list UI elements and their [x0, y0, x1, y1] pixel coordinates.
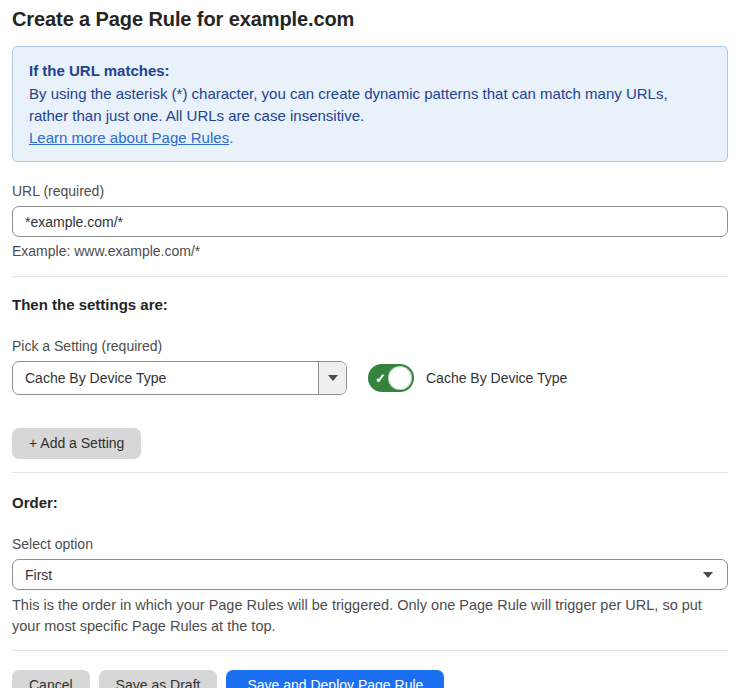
- divider: [12, 472, 728, 473]
- save-and-deploy-button[interactable]: Save and Deploy Page Rule: [226, 670, 444, 688]
- cache-by-device-type-toggle[interactable]: ✓: [368, 364, 414, 392]
- divider: [12, 650, 728, 651]
- caret-down-icon: [328, 375, 338, 381]
- check-icon: ✓: [375, 372, 386, 385]
- info-box-link-line: Learn more about Page Rules.: [29, 127, 689, 149]
- caret-down-icon: [703, 572, 713, 578]
- add-setting-button[interactable]: + Add a Setting: [12, 428, 141, 459]
- save-as-draft-button[interactable]: Save as Draft: [99, 670, 218, 688]
- setting-picker-value: Cache By Device Type: [13, 362, 318, 394]
- order-section-heading: Order:: [12, 494, 728, 512]
- link-suffix: .: [229, 129, 233, 146]
- create-page-rule-panel: Create a Page Rule for example.com If th…: [0, 0, 750, 688]
- learn-more-link[interactable]: Learn more about Page Rules: [29, 129, 229, 146]
- toggle-label: Cache By Device Type: [426, 370, 567, 386]
- order-select-value: First: [13, 560, 727, 589]
- footer-actions: Cancel Save as Draft Save and Deploy Pag…: [12, 670, 728, 688]
- dropdown-cap: [318, 362, 346, 394]
- url-match-info-box: If the URL matches: By using the asteris…: [12, 46, 728, 162]
- divider: [12, 276, 728, 277]
- pick-setting-label: Pick a Setting (required): [12, 338, 728, 354]
- info-box-heading: If the URL matches:: [29, 60, 711, 82]
- url-example-hint: Example: www.example.com/*: [12, 243, 728, 259]
- order-select-label: Select option: [12, 536, 728, 552]
- url-input[interactable]: [12, 206, 728, 237]
- setting-picker-dropdown[interactable]: Cache By Device Type: [12, 361, 347, 395]
- setting-row: Cache By Device Type ✓ Cache By Device T…: [12, 361, 728, 395]
- order-help-text: This is the order in which your Page Rul…: [12, 595, 728, 637]
- toggle-knob: [388, 366, 412, 390]
- info-box-body: By using the asterisk (*) character, you…: [29, 83, 689, 127]
- url-field-label: URL (required): [12, 183, 728, 199]
- page-title: Create a Page Rule for example.com: [12, 8, 728, 31]
- settings-section-heading: Then the settings are:: [12, 296, 728, 314]
- order-select-dropdown[interactable]: First: [12, 559, 728, 590]
- cancel-button[interactable]: Cancel: [12, 670, 90, 688]
